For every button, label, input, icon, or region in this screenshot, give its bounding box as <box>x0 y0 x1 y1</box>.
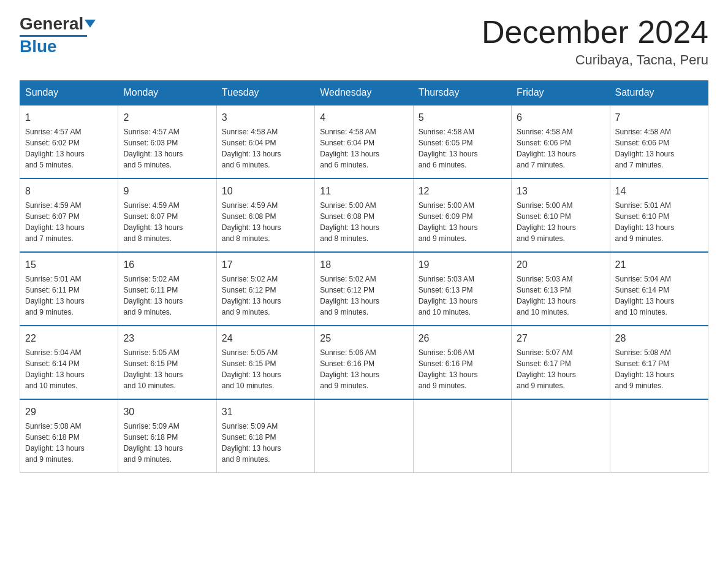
day-number: 25 <box>320 331 408 346</box>
day-number: 2 <box>123 110 211 125</box>
day-info: Sunrise: 5:02 AMSunset: 6:12 PMDaylight:… <box>222 274 309 318</box>
calendar-day-26: 26Sunrise: 5:06 AMSunset: 6:16 PMDayligh… <box>413 326 511 399</box>
day-info: Sunrise: 5:03 AMSunset: 6:13 PMDaylight:… <box>517 274 604 318</box>
day-info: Sunrise: 5:04 AMSunset: 6:14 PMDaylight:… <box>25 347 113 391</box>
day-number: 28 <box>615 331 703 346</box>
calendar-day-14: 14Sunrise: 5:01 AMSunset: 6:10 PMDayligh… <box>610 178 708 252</box>
location-title: Curibaya, Tacna, Peru <box>482 52 708 68</box>
calendar-header-row: SundayMondayTuesdayWednesdayThursdayFrid… <box>20 81 708 105</box>
day-info: Sunrise: 5:09 AMSunset: 6:18 PMDaylight:… <box>222 421 309 465</box>
calendar-week-row: 1Sunrise: 4:57 AMSunset: 6:02 PMDaylight… <box>20 105 708 178</box>
day-info: Sunrise: 5:04 AMSunset: 6:14 PMDaylight:… <box>615 274 703 318</box>
calendar-day-10: 10Sunrise: 4:59 AMSunset: 6:08 PMDayligh… <box>216 178 314 252</box>
calendar-day-21: 21Sunrise: 5:04 AMSunset: 6:14 PMDayligh… <box>610 252 708 326</box>
day-number: 10 <box>222 184 309 199</box>
day-info: Sunrise: 5:08 AMSunset: 6:18 PMDaylight:… <box>25 421 113 465</box>
day-info: Sunrise: 4:57 AMSunset: 6:03 PMDaylight:… <box>123 126 211 170</box>
calendar-empty-cell <box>413 399 511 473</box>
header-thursday: Thursday <box>413 81 511 105</box>
calendar-week-row: 8Sunrise: 4:59 AMSunset: 6:07 PMDaylight… <box>20 178 708 252</box>
day-info: Sunrise: 5:05 AMSunset: 6:15 PMDaylight:… <box>222 347 309 391</box>
day-info: Sunrise: 5:07 AMSunset: 6:17 PMDaylight:… <box>517 347 604 391</box>
calendar-day-5: 5Sunrise: 4:58 AMSunset: 6:05 PMDaylight… <box>413 105 511 178</box>
day-number: 9 <box>123 184 211 199</box>
calendar-table: SundayMondayTuesdayWednesdayThursdayFrid… <box>20 80 708 473</box>
calendar-day-2: 2Sunrise: 4:57 AMSunset: 6:03 PMDaylight… <box>118 105 216 178</box>
day-info: Sunrise: 4:58 AMSunset: 6:04 PMDaylight:… <box>320 126 408 170</box>
day-number: 19 <box>419 258 506 272</box>
calendar-day-15: 15Sunrise: 5:01 AMSunset: 6:11 PMDayligh… <box>20 252 118 326</box>
calendar-day-3: 3Sunrise: 4:58 AMSunset: 6:04 PMDaylight… <box>216 105 314 178</box>
day-number: 31 <box>222 405 309 419</box>
calendar-day-18: 18Sunrise: 5:02 AMSunset: 6:12 PMDayligh… <box>315 252 413 326</box>
calendar-day-4: 4Sunrise: 4:58 AMSunset: 6:04 PMDaylight… <box>315 105 413 178</box>
logo: General Blue <box>20 15 96 56</box>
calendar-day-31: 31Sunrise: 5:09 AMSunset: 6:18 PMDayligh… <box>216 399 314 473</box>
day-info: Sunrise: 5:02 AMSunset: 6:11 PMDaylight:… <box>123 274 211 318</box>
day-number: 23 <box>123 331 211 346</box>
day-info: Sunrise: 5:01 AMSunset: 6:11 PMDaylight:… <box>25 274 113 318</box>
day-number: 4 <box>320 110 408 125</box>
logo-text: General <box>20 15 96 34</box>
day-number: 16 <box>123 258 211 272</box>
header-tuesday: Tuesday <box>216 81 314 105</box>
calendar-week-row: 22Sunrise: 5:04 AMSunset: 6:14 PMDayligh… <box>20 326 708 399</box>
day-number: 6 <box>517 110 604 125</box>
logo-blue-text: Blue <box>20 37 57 56</box>
calendar-day-30: 30Sunrise: 5:09 AMSunset: 6:18 PMDayligh… <box>118 399 216 473</box>
calendar-day-16: 16Sunrise: 5:02 AMSunset: 6:11 PMDayligh… <box>118 252 216 326</box>
day-number: 27 <box>517 331 604 346</box>
calendar-day-28: 28Sunrise: 5:08 AMSunset: 6:17 PMDayligh… <box>610 326 708 399</box>
month-title: December 2024 <box>482 15 708 50</box>
calendar-day-27: 27Sunrise: 5:07 AMSunset: 6:17 PMDayligh… <box>512 326 610 399</box>
day-number: 21 <box>615 258 703 272</box>
day-number: 26 <box>419 331 506 346</box>
day-number: 30 <box>123 405 211 419</box>
header-sunday: Sunday <box>20 81 118 105</box>
calendar-empty-cell <box>315 399 413 473</box>
header-saturday: Saturday <box>610 81 708 105</box>
day-info: Sunrise: 5:01 AMSunset: 6:10 PMDaylight:… <box>615 200 703 244</box>
header-monday: Monday <box>118 81 216 105</box>
calendar-day-6: 6Sunrise: 4:58 AMSunset: 6:06 PMDaylight… <box>512 105 610 178</box>
day-info: Sunrise: 4:58 AMSunset: 6:05 PMDaylight:… <box>419 126 506 170</box>
day-info: Sunrise: 4:58 AMSunset: 6:06 PMDaylight:… <box>615 126 703 170</box>
day-number: 11 <box>320 184 408 199</box>
day-number: 20 <box>517 258 604 272</box>
day-info: Sunrise: 5:02 AMSunset: 6:12 PMDaylight:… <box>320 274 408 318</box>
day-number: 18 <box>320 258 408 272</box>
day-info: Sunrise: 5:09 AMSunset: 6:18 PMDaylight:… <box>123 421 211 465</box>
calendar-day-23: 23Sunrise: 5:05 AMSunset: 6:15 PMDayligh… <box>118 326 216 399</box>
day-number: 13 <box>517 184 604 199</box>
day-number: 17 <box>222 258 309 272</box>
calendar-day-9: 9Sunrise: 4:59 AMSunset: 6:07 PMDaylight… <box>118 178 216 252</box>
page-header: General Blue December 2024 Curibaya, Tac… <box>20 15 708 68</box>
calendar-day-7: 7Sunrise: 4:58 AMSunset: 6:06 PMDaylight… <box>610 105 708 178</box>
calendar-day-19: 19Sunrise: 5:03 AMSunset: 6:13 PMDayligh… <box>413 252 511 326</box>
day-number: 7 <box>615 110 703 125</box>
day-info: Sunrise: 5:08 AMSunset: 6:17 PMDaylight:… <box>615 347 703 391</box>
day-info: Sunrise: 5:05 AMSunset: 6:15 PMDaylight:… <box>123 347 211 391</box>
day-number: 8 <box>25 184 113 199</box>
day-info: Sunrise: 5:00 AMSunset: 6:08 PMDaylight:… <box>320 200 408 244</box>
day-info: Sunrise: 5:06 AMSunset: 6:16 PMDaylight:… <box>320 347 408 391</box>
calendar-day-8: 8Sunrise: 4:59 AMSunset: 6:07 PMDaylight… <box>20 178 118 252</box>
day-info: Sunrise: 4:58 AMSunset: 6:04 PMDaylight:… <box>222 126 309 170</box>
title-section: December 2024 Curibaya, Tacna, Peru <box>482 15 708 68</box>
day-info: Sunrise: 5:00 AMSunset: 6:09 PMDaylight:… <box>419 200 506 244</box>
calendar-day-20: 20Sunrise: 5:03 AMSunset: 6:13 PMDayligh… <box>512 252 610 326</box>
calendar-week-row: 29Sunrise: 5:08 AMSunset: 6:18 PMDayligh… <box>20 399 708 473</box>
calendar-week-row: 15Sunrise: 5:01 AMSunset: 6:11 PMDayligh… <box>20 252 708 326</box>
day-number: 22 <box>25 331 113 346</box>
calendar-day-13: 13Sunrise: 5:00 AMSunset: 6:10 PMDayligh… <box>512 178 610 252</box>
day-info: Sunrise: 5:06 AMSunset: 6:16 PMDaylight:… <box>419 347 506 391</box>
calendar-day-1: 1Sunrise: 4:57 AMSunset: 6:02 PMDaylight… <box>20 105 118 178</box>
calendar-day-11: 11Sunrise: 5:00 AMSunset: 6:08 PMDayligh… <box>315 178 413 252</box>
day-info: Sunrise: 4:57 AMSunset: 6:02 PMDaylight:… <box>25 126 113 170</box>
day-info: Sunrise: 4:59 AMSunset: 6:07 PMDaylight:… <box>25 200 113 244</box>
day-number: 3 <box>222 110 309 125</box>
day-number: 12 <box>419 184 506 199</box>
calendar-day-24: 24Sunrise: 5:05 AMSunset: 6:15 PMDayligh… <box>216 326 314 399</box>
day-info: Sunrise: 4:59 AMSunset: 6:07 PMDaylight:… <box>123 200 211 244</box>
day-info: Sunrise: 5:03 AMSunset: 6:13 PMDaylight:… <box>419 274 506 318</box>
